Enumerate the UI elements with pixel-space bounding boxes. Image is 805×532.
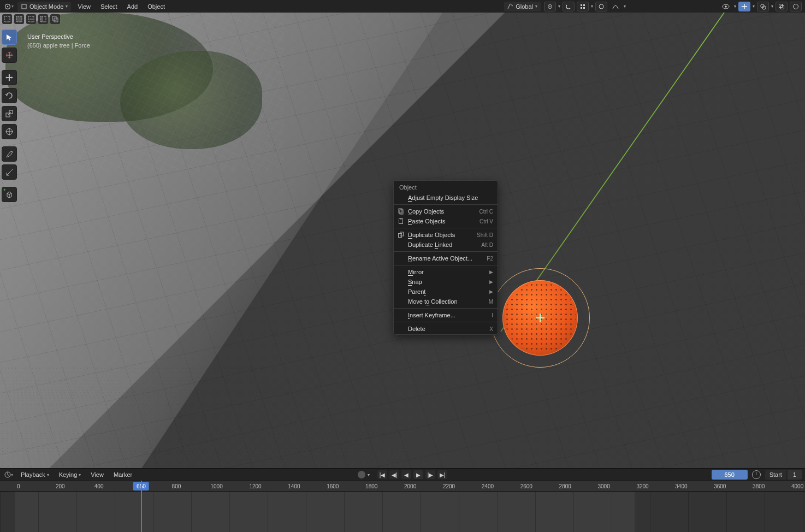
gizmo-toggle[interactable] — [738, 2, 750, 11]
visibility-icon[interactable] — [720, 2, 732, 11]
ruler-tick: 2400 — [480, 481, 494, 491]
svg-rect-17 — [4, 16, 10, 22]
timeline-editor-icon[interactable]: ▾ — [3, 469, 14, 480]
tool-move[interactable] — [2, 70, 17, 85]
select-extend-icon[interactable] — [14, 14, 24, 24]
menu-playback[interactable]: Playback▾ — [17, 470, 52, 480]
svg-rect-7 — [581, 7, 582, 9]
ruler-tick: 3800 — [751, 481, 765, 491]
shortcut-label: M — [489, 299, 493, 305]
tool-add-primitive[interactable] — [2, 187, 17, 202]
menu-view[interactable]: View — [74, 3, 94, 10]
shading-wireframe[interactable] — [790, 2, 802, 11]
svg-rect-6 — [583, 4, 585, 6]
tool-rotate[interactable] — [2, 88, 17, 103]
select-intersect-icon[interactable] — [50, 14, 60, 24]
select-mode-strip — [0, 13, 62, 26]
jump-end-button[interactable]: ▶| — [437, 470, 447, 479]
timeline-header: ▾ Playback▾ Keying▾ View Marker ▾ |◀ ◀| … — [0, 468, 805, 481]
keyframe-next-button[interactable]: |▶ — [425, 470, 435, 479]
tool-select-box[interactable] — [2, 29, 17, 45]
menu-select[interactable]: Select — [97, 3, 121, 10]
play-button[interactable]: ▶ — [413, 470, 423, 479]
viewport-hud: User Perspective (650) apple tree | Forc… — [27, 32, 90, 50]
toolbar-left — [2, 29, 18, 202]
chevron-right-icon: ▶ — [489, 279, 493, 285]
playhead[interactable] — [141, 481, 142, 532]
ctx-item-label: Snap — [408, 279, 422, 285]
ctx-item-label: Copy Objects — [408, 208, 444, 215]
svg-point-11 — [725, 5, 727, 8]
mode-dropdown[interactable]: Object Mode ▾ — [17, 2, 71, 11]
chevron-right-icon: ▶ — [489, 269, 493, 275]
snap-dropdown[interactable] — [577, 2, 589, 11]
ctx-adjust-empty-display-size[interactable]: Adjust Empty Display Size — [394, 193, 498, 203]
ruler-tick: 0 — [15, 481, 20, 491]
cube-icon — [21, 3, 27, 10]
menu-tl-view[interactable]: View — [87, 470, 107, 480]
select-subtract-icon[interactable] — [26, 14, 36, 24]
paste-icon — [397, 217, 405, 225]
ctx-mirror[interactable]: Mirror▶ — [394, 267, 498, 277]
play-reverse-button[interactable]: ◀ — [401, 470, 411, 479]
transport-controls: ▾ |◀ ◀| ◀ ▶ |▶ ▶| — [358, 470, 447, 479]
ctx-duplicate-linked[interactable]: Duplicate LinkedAlt D — [394, 240, 498, 250]
overlay-toggle[interactable] — [757, 2, 769, 11]
ctx-paste-objects[interactable]: Paste ObjectsCtrl V — [394, 216, 498, 226]
svg-point-9 — [599, 4, 603, 9]
ctx-rename-active-object[interactable]: Rename Active Object...F2 — [394, 253, 498, 263]
orientation-label: Global — [516, 3, 533, 10]
ruler-tick: 2600 — [519, 481, 532, 491]
timeline-ruler[interactable]: 0200400600800100012001400160018002000220… — [0, 481, 805, 492]
proportional-dropdown[interactable] — [609, 2, 621, 11]
xray-toggle[interactable] — [776, 2, 788, 11]
chevron-right-icon: ▶ — [489, 289, 493, 294]
jump-start-button[interactable]: |◀ — [377, 470, 387, 479]
ctx-item-label: Parent — [408, 288, 425, 295]
dup-icon — [397, 231, 405, 239]
editor-type-icon[interactable]: ▾ — [3, 1, 14, 12]
clock-icon[interactable] — [752, 470, 761, 479]
svg-rect-8 — [583, 7, 585, 9]
ruler-tick: 2200 — [441, 481, 455, 491]
frame-start-field[interactable]: Start 1 — [765, 470, 802, 480]
proportional-toggle[interactable] — [595, 2, 607, 11]
pivot-dropdown[interactable] — [544, 2, 556, 11]
tool-annotate[interactable] — [2, 146, 17, 162]
ctx-move-to-collection[interactable]: Move to CollectionM — [394, 297, 498, 306]
ctx-insert-keyframe[interactable]: Insert Keyframe...I — [394, 310, 498, 320]
track-grid — [0, 492, 805, 532]
ctx-snap[interactable]: Snap▶ — [394, 277, 498, 287]
snap-toggle[interactable] — [563, 2, 575, 11]
select-set-icon[interactable] — [2, 14, 12, 24]
ruler-tick: 3000 — [596, 481, 610, 491]
ctx-delete[interactable]: DeleteX — [394, 324, 498, 334]
svg-point-16 — [794, 4, 798, 9]
current-frame-field[interactable]: 650 — [712, 470, 748, 480]
autokey-toggle[interactable] — [358, 471, 365, 478]
ruler-tick: 1600 — [325, 481, 339, 491]
ctx-duplicate-objects[interactable]: Duplicate ObjectsShift D — [394, 230, 498, 240]
tool-cursor[interactable] — [2, 48, 17, 63]
menu-object[interactable]: Object — [144, 3, 168, 10]
menu-keying[interactable]: Keying▾ — [56, 470, 85, 480]
svg-rect-35 — [399, 209, 402, 213]
ruler-tick: 800 — [170, 481, 181, 491]
ruler-tick: 3600 — [712, 481, 726, 491]
tool-measure[interactable] — [2, 164, 17, 180]
ctx-item-label: Mirror — [408, 269, 424, 275]
select-invert-icon[interactable] — [38, 14, 48, 24]
svg-rect-38 — [400, 218, 402, 220]
ctx-copy-objects[interactable]: Copy ObjectsCtrl C — [394, 206, 498, 216]
ctx-parent[interactable]: Parent▶ — [394, 287, 498, 297]
tool-scale[interactable] — [2, 106, 17, 121]
keyframe-prev-button[interactable]: ◀| — [389, 470, 399, 479]
timeline-track[interactable] — [0, 492, 805, 532]
orientation-dropdown[interactable]: Global ▾ — [504, 2, 541, 11]
ruler-tick: 4000 — [790, 481, 803, 491]
tool-transform[interactable] — [2, 124, 17, 139]
menu-add[interactable]: Add — [124, 3, 141, 10]
selected-object[interactable] — [499, 277, 581, 359]
autokey-dropdown[interactable]: ▾ — [368, 472, 370, 477]
menu-marker[interactable]: Marker — [110, 470, 135, 480]
